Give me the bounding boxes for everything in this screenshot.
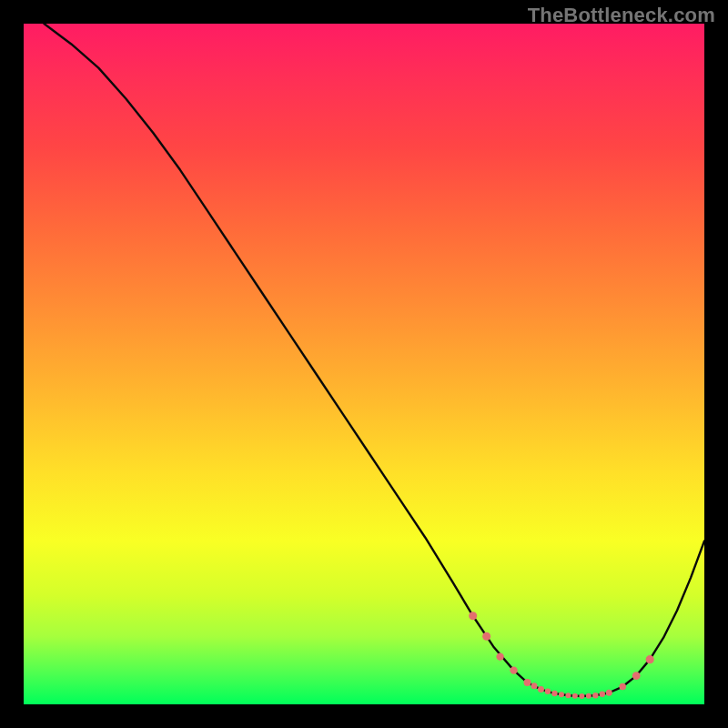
marker-point [579,693,584,699]
marker-point [524,679,531,686]
marker-point [619,683,626,691]
marker-point [531,682,538,689]
marker-group [469,612,654,699]
bottleneck-curve [44,24,704,696]
marker-point [646,655,654,663]
marker-point [496,652,503,660]
marker-point [510,666,517,673]
marker-point [551,691,557,696]
marker-point [632,672,641,680]
marker-point [572,693,578,699]
marker-point [545,689,551,694]
chart-stage: TheBottleneck.com [0,0,728,728]
marker-point [600,692,605,697]
chart-svg-layer [24,24,704,704]
marker-point [538,686,544,693]
marker-point [565,693,571,698]
marker-point [559,692,564,697]
marker-point [592,693,598,698]
watermark-brand: TheBottleneck.com [528,4,715,27]
marker-point [606,690,612,696]
marker-point [482,632,490,641]
marker-point [586,693,592,699]
marker-point [469,612,477,620]
